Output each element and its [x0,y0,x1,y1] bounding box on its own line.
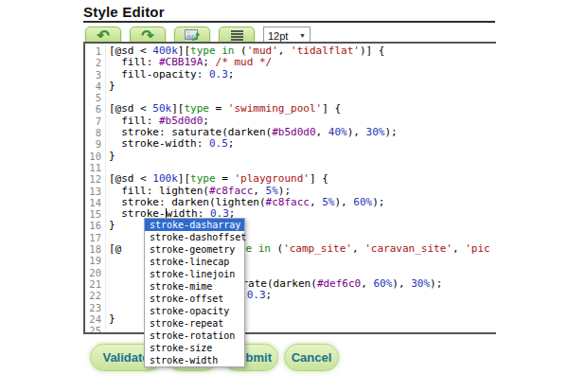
autocomplete-item-stroke-dasharray[interactable]: stroke-dasharray [145,219,244,231]
code-line-text: } [106,80,496,92]
autocomplete-item-stroke-mime[interactable]: stroke-mime [145,280,244,293]
line-number: 20 [85,267,106,278]
code-line-text: stroke: darken(lighten(#c8facc, 5%), 60%… [106,197,496,208]
line-number: 17 [85,232,106,243]
align-lines-icon [231,30,243,41]
code-line: 6[@sd < 50k][type = 'swimming_pool'] { [85,103,496,115]
line-number: 2 [85,57,106,68]
line-number: 21 [85,278,106,290]
code-line: 3 fill-opacity: 0.3; [85,69,496,80]
code-line: 8 stroke: saturate(darken(#b5d0d0, 40%),… [85,127,496,138]
autocomplete-item-stroke-offset[interactable]: stroke-offset [145,293,244,305]
title-divider [83,21,495,23]
autocomplete-popup: stroke-dasharraystroke-dashoffsetstroke-… [144,218,245,367]
code-line-text [106,92,496,103]
code-line-text: stroke-width: 0.5; [106,138,496,150]
code-line-text: stroke: saturate(darken(#b5d0d0, 40%), 3… [106,127,496,138]
autocomplete-item-stroke-geometry[interactable]: stroke-geometry [145,243,244,256]
code-line: 1[@sd < 400k][type in ('mud', 'tidalflat… [85,45,496,57]
line-number: 5 [85,92,106,103]
line-number: 8 [85,127,106,138]
line-number: 11 [85,162,106,173]
line-number: 13 [85,186,106,197]
code-line-text: fill: lighten(#c8facc, 5%); [106,186,496,197]
code-line: 12[@sd < 100k][type = 'playground'] { [85,173,496,185]
line-number: 18 [85,243,106,255]
code-line-text: [@sd < 50k][type = 'swimming_pool'] { [106,103,496,115]
code-line-text: fill: #b5d0d0; [106,116,496,127]
line-number: 22 [85,290,106,301]
code-line: 9 stroke-width: 0.5; [85,138,496,150]
line-number: 25 [85,325,106,334]
code-line-text: fill: #CBB19A; /* mud */ [106,57,496,68]
code-line-text: [@sd < 100k][type = 'playground'] { [106,173,496,185]
line-number: 3 [85,69,106,80]
line-number: 12 [85,173,106,185]
code-line: 2 fill: #CBB19A; /* mud */ [85,57,496,68]
line-number: 23 [85,302,106,313]
line-number: 15 [85,208,106,220]
code-line: 7 fill: #b5d0d0; [85,116,496,127]
code-line: 11 [85,162,496,173]
autocomplete-item-stroke-linecap[interactable]: stroke-linecap [145,256,244,268]
code-line: 14 stroke: darken(lighten(#c8facc, 5%), … [85,197,496,208]
line-number: 6 [85,103,106,115]
line-number: 1 [85,45,106,57]
line-number: 24 [85,313,106,325]
line-number: 4 [85,80,106,92]
cancel-button[interactable]: Cancel [284,344,339,371]
line-number: 16 [85,220,106,231]
code-line-text: fill-opacity: 0.3; [106,69,496,80]
line-number: 9 [85,138,106,150]
code-line-text: [@sd < 400k][type in ('mud', 'tidalflat'… [106,45,496,57]
code-line-text: } [106,151,496,162]
autocomplete-item-stroke-linejoin[interactable]: stroke-linejoin [145,268,244,280]
autocomplete-item-stroke-rotation[interactable]: stroke-rotation [145,330,244,342]
page-title: Style Editor [83,4,497,20]
code-line-text [106,162,496,173]
line-number: 7 [85,116,106,127]
autocomplete-item-stroke-opacity[interactable]: stroke-opacity [145,305,244,317]
line-number: 14 [85,197,106,208]
image-icon [185,29,201,42]
chevron-down-icon: ▼ [299,32,306,39]
autocomplete-item-stroke-width[interactable]: stroke-width [145,354,244,366]
autocomplete-item-stroke-size[interactable]: stroke-size [145,342,244,354]
code-line: 10} [85,151,496,162]
style-editor-panel: Style Editor ↶ ↷ 12pt ▼ 1[@sd < 400k][ty… [83,4,497,20]
font-size-value: 12pt [268,30,288,42]
code-line: 4} [85,80,496,92]
code-line: 5 [85,92,496,103]
line-number: 19 [85,255,106,266]
autocomplete-item-stroke-repeat[interactable]: stroke-repeat [145,317,244,330]
code-line: 13 fill: lighten(#c8facc, 5%); [85,186,496,197]
autocomplete-item-stroke-dashoffset[interactable]: stroke-dashoffset [145,231,244,243]
line-number: 10 [85,151,106,162]
